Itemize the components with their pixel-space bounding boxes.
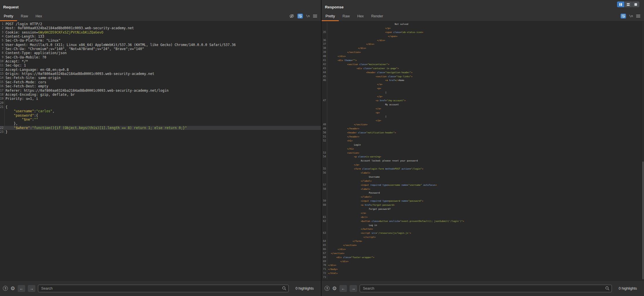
code-line[interactable]: Forgot password?	[322, 207, 644, 211]
code-line[interactable]: 62 <button class=button onclick="event.p…	[322, 219, 644, 223]
code-line[interactable]: 18Accept-Encoding: gzip, deflate, br	[0, 93, 321, 97]
search-next-button[interactable]: →	[350, 285, 357, 292]
code-line[interactable]: </label>	[322, 179, 644, 183]
word-wrap-icon[interactable]	[621, 14, 626, 19]
code-line[interactable]: 40 </div>	[322, 54, 644, 58]
help-icon[interactable]: ?	[325, 286, 330, 291]
code-line[interactable]: 17Referer: https://0af800aa0324ba2184ad8…	[0, 89, 321, 93]
code-line[interactable]: |	[322, 91, 644, 95]
code-line[interactable]: 54 <p class=is-warning>	[322, 155, 644, 159]
code-line[interactable]: 1POST /login HTTP/2	[0, 22, 321, 26]
response-tab-render[interactable]: Render	[367, 12, 387, 21]
scrollbar-thumb[interactable]	[642, 161, 644, 279]
code-line[interactable]: </h1>	[322, 147, 644, 151]
request-search-input[interactable]	[38, 285, 289, 292]
code-line[interactable]: 52 <h1>	[322, 139, 644, 143]
code-line[interactable]: 6User-Agent: Mozilla/5.0 (X11; Linux x86…	[0, 43, 321, 47]
code-line[interactable]: </button>	[322, 227, 644, 231]
code-line[interactable]: 66 </div>	[322, 247, 644, 251]
code-line[interactable]: 8Content-Type: application/json	[0, 51, 321, 55]
code-line[interactable]: 45 <section class="top-links">	[322, 75, 644, 79]
code-line[interactable]: 64 </form>	[322, 239, 644, 243]
code-line[interactable]: 11Sec-Gpc: 1	[0, 63, 321, 67]
code-line[interactable]: |	[322, 115, 644, 119]
code-line[interactable]: 50 <header class="notification-header">	[322, 131, 644, 135]
code-line[interactable]: Account locked: please reset your passwo…	[322, 159, 644, 163]
request-tab-pretty[interactable]: Pretty	[0, 12, 17, 21]
code-line[interactable]: <p>	[322, 87, 644, 91]
code-line[interactable]: 4Content-Length: 133	[0, 34, 321, 38]
code-line[interactable]: 46 <a href=/>Home	[322, 78, 644, 82]
code-line[interactable]: 59 <input required type=password name="p…	[322, 199, 644, 203]
code-line[interactable]: 7Sec-Ch-Ua: "Chromium";v="140", "Not=A?B…	[0, 47, 321, 51]
request-tab-raw[interactable]: Raw	[17, 12, 32, 21]
search-prev-button[interactable]: ←	[18, 285, 25, 292]
code-line[interactable]: 5Sec-Ch-Ua-Platform: "Linux"	[0, 38, 321, 43]
code-line[interactable]: 42 <section class="maincontainer">	[322, 62, 644, 67]
code-line[interactable]: My account	[322, 103, 644, 107]
code-line[interactable]: </p>	[322, 119, 644, 123]
code-line[interactable]: 19Priority: u=1, i	[0, 97, 321, 101]
code-line[interactable]: 53 <section>	[322, 151, 644, 155]
settings-gear-icon[interactable]: ⚙	[10, 286, 15, 291]
search-prev-button[interactable]: ←	[339, 285, 347, 292]
word-wrap-icon[interactable]	[297, 14, 303, 19]
response-editor[interactable]: Not solved </p>35 <span class=lab-status…	[322, 22, 644, 280]
code-line[interactable]: 10Accept: */*	[0, 59, 321, 63]
newline-icon[interactable]: \n	[306, 14, 310, 18]
code-line[interactable]: 36 </div>	[322, 38, 644, 43]
code-line[interactable]: 22 "$where":"function(){if (Object.keys(…	[0, 126, 321, 130]
code-line[interactable]: 60 <a href=/forgot-password>	[322, 203, 644, 207]
code-line[interactable]: </span>	[322, 34, 644, 38]
code-line[interactable]: </a>	[322, 107, 644, 111]
code-line[interactable]: 73	[322, 275, 644, 280]
code-line[interactable]: "password":{	[0, 113, 321, 117]
code-line[interactable]: 35 <span class=lab-status-icon>	[322, 30, 644, 34]
code-line[interactable]: 13Origin: https://0af800aa0324ba2184ad8b…	[0, 72, 321, 76]
code-line[interactable]: 38 </div>	[322, 46, 644, 50]
code-line[interactable]: 23}	[0, 130, 321, 134]
menu-icon[interactable]	[636, 14, 640, 18]
code-line[interactable]: Username	[322, 175, 644, 179]
request-editor[interactable]: 1POST /login HTTP/22Host: 0af800aa0324ba…	[0, 22, 321, 280]
code-line[interactable]: </a>	[322, 211, 644, 215]
code-line[interactable]: 3Cookie: session=GWy6KCD59CKFxSZjPVtNixb…	[0, 30, 321, 34]
code-line[interactable]: 47 <a href="/my-account">	[322, 99, 644, 103]
code-line[interactable]: </p>	[322, 95, 644, 99]
code-line[interactable]: </a>	[322, 82, 644, 87]
code-line[interactable]: 57 <input required type=username name="u…	[322, 183, 644, 187]
code-line[interactable]: 12Accept-Language: en-GB,en;q=0.8	[0, 68, 321, 72]
code-line[interactable]: 49 </header>	[322, 127, 644, 131]
code-line[interactable]: 61 <br/>	[322, 215, 644, 219]
code-line[interactable]: 71</body>	[322, 267, 644, 271]
code-line[interactable]: 48 </section>	[322, 123, 644, 127]
code-line[interactable]: Log in	[322, 223, 644, 227]
code-line[interactable]: 14Sec-Fetch-Site: same-origin	[0, 76, 321, 80]
response-tab-pretty[interactable]: Pretty	[322, 12, 339, 21]
code-line[interactable]: 51 </header>	[322, 135, 644, 139]
response-tab-raw[interactable]: Raw	[339, 12, 354, 21]
code-line[interactable]: Not solved	[322, 22, 644, 26]
code-line[interactable]: "$ne":""	[0, 117, 321, 122]
code-line[interactable]: Password	[322, 191, 644, 195]
code-line[interactable]: 20	[0, 101, 321, 105]
code-line[interactable]: 70</div>	[322, 263, 644, 267]
columns-view-icon[interactable]	[617, 1, 624, 7]
code-line[interactable]: 44 <header class="navigation-header">	[322, 71, 644, 75]
response-tab-hex[interactable]: Hex	[354, 12, 367, 21]
request-tab-hex[interactable]: Hex	[32, 12, 46, 21]
rows-view-icon[interactable]	[625, 1, 632, 7]
code-line[interactable]: </label>	[322, 195, 644, 199]
code-line[interactable]: <p>	[322, 111, 644, 115]
code-line[interactable]: 43 <div class="container is-page">	[322, 67, 644, 71]
code-line[interactable]: 16Sec-Fetch-Dest: empty	[0, 84, 321, 88]
code-line[interactable]: 65 </section>	[322, 243, 644, 247]
code-line[interactable]: 56 <label>	[322, 171, 644, 175]
code-line[interactable]: 21{	[0, 105, 321, 109]
code-line[interactable]: 69 </div>	[322, 260, 644, 264]
code-line[interactable]: "username":"carlos",	[0, 109, 321, 113]
search-next-button[interactable]: →	[28, 285, 35, 292]
hide-matches-eye-icon[interactable]	[289, 14, 294, 18]
menu-icon[interactable]	[313, 14, 317, 18]
code-line[interactable]: 39 </section>	[322, 50, 644, 54]
